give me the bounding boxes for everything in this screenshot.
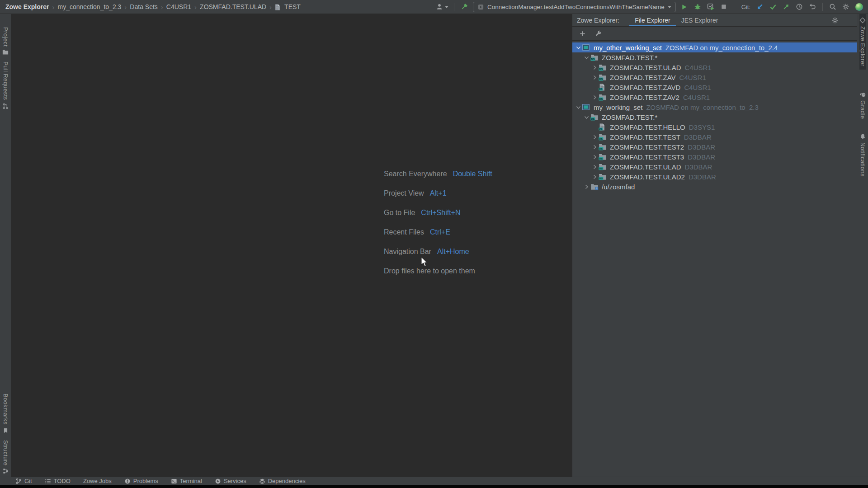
panel-settings-icon[interactable] bbox=[830, 16, 840, 25]
tree-row-my-working-set[interactable]: my_working_setZOSMFAD on my_connection_t… bbox=[572, 102, 857, 112]
profiler-icon[interactable] bbox=[706, 2, 715, 11]
statusbar-item-dependencies[interactable]: Dependencies bbox=[259, 478, 306, 484]
bell-icon bbox=[860, 133, 866, 140]
statusbar-item-problems[interactable]: Problems bbox=[124, 478, 158, 484]
tool-window-button-pull-requests[interactable]: Pull Requests bbox=[2, 58, 9, 112]
panel-minimize-icon[interactable]: — bbox=[846, 18, 853, 23]
tree-row-my-other-working-set[interactable]: my_other_working_setZOSMFAD on my_connec… bbox=[572, 42, 857, 52]
tool-window-label: Notifications bbox=[859, 142, 866, 177]
history-icon[interactable] bbox=[795, 2, 804, 11]
tree-node-qualifier: D3SYS1 bbox=[689, 123, 715, 131]
statusbar-item-todo[interactable]: TODO bbox=[45, 478, 71, 484]
toolbar-divider bbox=[822, 3, 823, 11]
tree-row-zosmfad-test-[interactable]: DSZOSMFAD.TEST.* bbox=[572, 52, 857, 62]
tree-node-qualifier: D3DBAR bbox=[688, 153, 715, 161]
chevron-right-icon[interactable] bbox=[582, 184, 590, 190]
tree-row-zosmfad-test-ulad2[interactable]: DSZOSMFAD.TEST.ULAD2D3DBAR bbox=[572, 172, 857, 182]
git-commit-icon[interactable] bbox=[769, 2, 778, 11]
collaborators-control[interactable] bbox=[435, 2, 448, 11]
project-folder-icon bbox=[2, 49, 9, 55]
breadcrumb-item-3[interactable]: C4USR1 bbox=[166, 3, 191, 10]
breadcrumb-item-0[interactable]: Zowe Explorer bbox=[5, 3, 49, 10]
panel-title: Zowe Explorer: bbox=[577, 17, 619, 24]
sphere-icon[interactable] bbox=[854, 2, 863, 11]
statusbar-item-git[interactable]: Git bbox=[15, 478, 32, 484]
tab-jes-explorer[interactable]: JES Explorer bbox=[676, 14, 724, 26]
chevron-down-icon[interactable] bbox=[582, 114, 590, 120]
tool-window-button-zowe-explorer[interactable]: Zowe Explorer bbox=[859, 14, 866, 70]
tree-row-zosmfad-test-test2[interactable]: DSZOSMFAD.TEST.TEST2D3DBAR bbox=[572, 142, 857, 152]
tree-node-qualifier: D3DBAR bbox=[685, 163, 712, 171]
tool-window-button-gradle[interactable]: Gradle bbox=[859, 89, 866, 122]
toolbar-divider bbox=[454, 3, 454, 11]
git-update-icon[interactable] bbox=[755, 2, 764, 11]
tool-window-button-notifications[interactable]: Notifications bbox=[859, 130, 866, 180]
dependencies-icon bbox=[259, 478, 265, 484]
tool-window-button-project[interactable]: Project bbox=[2, 24, 9, 58]
chevron-right-icon[interactable] bbox=[590, 94, 599, 100]
chevron-right-icon[interactable] bbox=[590, 75, 599, 80]
chevron-right-icon[interactable] bbox=[590, 174, 599, 180]
hint-action-label: Go to File bbox=[384, 209, 415, 217]
tree-node-qualifier: C4USR1 bbox=[684, 84, 711, 91]
debug-icon[interactable] bbox=[693, 2, 702, 11]
chevron-down-icon[interactable] bbox=[582, 55, 590, 61]
run-configuration-select[interactable]: ConnectionManager.testAddTwoConnectionsW… bbox=[473, 2, 676, 12]
todo-icon bbox=[45, 478, 51, 484]
tool-window-button-structure[interactable]: Structure bbox=[2, 437, 9, 477]
tab-file-explorer[interactable]: File Explorer bbox=[629, 14, 676, 26]
wrench-icon[interactable] bbox=[594, 29, 603, 38]
chevron-right-icon[interactable] bbox=[590, 154, 599, 160]
statusbar-item-terminal[interactable]: Terminal bbox=[171, 478, 202, 484]
search-icon[interactable] bbox=[828, 2, 837, 11]
rollback-icon[interactable] bbox=[808, 2, 817, 11]
breadcrumb-item-5[interactable]: TEST bbox=[284, 3, 301, 10]
settings-icon[interactable] bbox=[841, 2, 850, 11]
build-hammer-icon[interactable] bbox=[460, 2, 469, 11]
tool-window-button-bookmarks[interactable]: Bookmarks bbox=[2, 390, 9, 437]
stop-icon[interactable] bbox=[719, 2, 728, 11]
tree-row-zosmfad-test-ulad[interactable]: DSZOSMFAD.TEST.ULADC4USR1 bbox=[572, 62, 857, 72]
left-tool-stripe: ProjectPull RequestsBookmarksStructure bbox=[0, 14, 11, 477]
tree-row-zosmfad-test-test3[interactable]: DSZOSMFAD.TEST.TEST3D3DBAR bbox=[572, 152, 857, 162]
tree-row-zosmfad-test-test[interactable]: DSZOSMFAD.TEST.TESTD3DBAR bbox=[572, 132, 857, 142]
ds-folder-icon: DS bbox=[599, 134, 608, 141]
add-icon[interactable] bbox=[578, 29, 587, 38]
chevron-down-icon[interactable] bbox=[574, 104, 582, 110]
breadcrumb-item-1[interactable]: my_connection_to_2.3 bbox=[57, 3, 121, 10]
tree-row-zosmfad-test-zavd[interactable]: DSZOSMFAD.TEST.ZAVDC4USR1 bbox=[572, 82, 857, 92]
statusbar-item-zowe-jobs[interactable]: Zowe Jobs bbox=[83, 478, 112, 484]
tree-row-zosmfad-test-zav[interactable]: DSZOSMFAD.TEST.ZAVC4USR1 bbox=[572, 72, 857, 82]
chevron-right-icon[interactable] bbox=[590, 134, 599, 140]
svg-text:DS: DS bbox=[599, 127, 603, 130]
tree-row-zosmfad-test-zav2[interactable]: DSZOSMFAD.TEST.ZAV2C4USR1 bbox=[572, 92, 857, 102]
statusbar-item-services[interactable]: Services bbox=[215, 478, 246, 484]
ds-folder-icon: DS bbox=[599, 164, 608, 170]
git-push-icon[interactable] bbox=[782, 2, 791, 11]
tool-window-label: Pull Requests bbox=[2, 61, 9, 100]
breadcrumb-item-2[interactable]: Data Sets bbox=[130, 3, 157, 10]
chevron-right-icon[interactable] bbox=[590, 144, 599, 150]
breadcrumb: Zowe Explorer›my_connection_to_2.3›Data … bbox=[0, 3, 301, 11]
pull-request-icon bbox=[2, 103, 9, 109]
chevron-right-icon[interactable] bbox=[590, 164, 599, 170]
chevron-right-icon[interactable] bbox=[590, 65, 599, 70]
problems-icon bbox=[124, 478, 131, 484]
hint-action-label: Navigation Bar bbox=[384, 248, 431, 256]
svg-text:DS: DS bbox=[599, 78, 603, 80]
ds-file-icon: DS bbox=[599, 84, 608, 91]
run-icon[interactable] bbox=[680, 2, 689, 11]
tree-row--u-zosmfad[interactable]: /u/zosmfad bbox=[572, 182, 857, 192]
breadcrumb-item-4[interactable]: ZOSMFAD.TEST.ULAD bbox=[200, 3, 266, 10]
tree-row-zosmfad-test-[interactable]: DSZOSMFAD.TEST.* bbox=[572, 112, 857, 122]
tree-row-zosmfad-test-hello[interactable]: DSZOSMFAD.TEST.HELLOD3SYS1 bbox=[572, 122, 857, 132]
chevron-down-icon[interactable] bbox=[574, 45, 582, 51]
tree-row-zosmfad-test-ulad[interactable]: DSZOSMFAD.TEST.ULADD3DBAR bbox=[572, 162, 857, 172]
tree-node-qualifier: C4USR1 bbox=[685, 64, 712, 71]
svg-text:DS: DS bbox=[591, 117, 594, 120]
tree-node-name: ZOSMFAD.TEST.TEST2 bbox=[610, 143, 684, 151]
right-tool-stripe: Zowe ExplorerGradleNotifications bbox=[857, 14, 868, 477]
tree-node-qualifier: D3DBAR bbox=[684, 133, 712, 141]
svg-text:DS: DS bbox=[599, 88, 603, 90]
tree-node-qualifier: ZOSMFAD on my_connection_to_2.4 bbox=[665, 44, 778, 52]
